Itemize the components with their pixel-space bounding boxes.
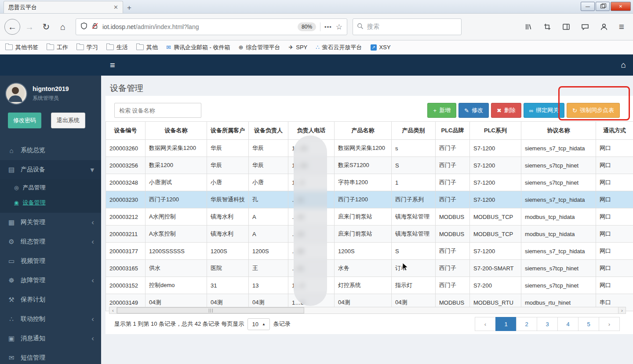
page-button-1[interactable]: 1 <box>495 317 517 331</box>
browser-window: 思普云平台 ✕ + — ✕ ← → ↻ ⌂ iot.idosp.net/admi… <box>0 0 633 364</box>
scroll-right-icon[interactable]: › <box>618 307 626 314</box>
table-row[interactable]: 200003165供水医院王…41水务订单西门子S7-200-SMARTsiem… <box>106 260 633 277</box>
back-button[interactable]: ← <box>4 19 20 35</box>
account-icon[interactable] <box>600 23 608 31</box>
bookmark-item[interactable]: ✉腾讯企业邮箱 - 收件箱 <box>166 44 230 51</box>
page-button-4[interactable]: 4 <box>557 317 578 331</box>
page-actions-icon[interactable]: ••• <box>324 24 332 30</box>
sidebar-item-label: 故障管理 <box>21 277 45 284</box>
page-size-select[interactable]: 10 ▲ <box>247 318 269 330</box>
home-button[interactable]: ⌂ <box>55 19 70 34</box>
next-page-button[interactable]: › <box>599 317 620 331</box>
column-header[interactable]: 协议名称 <box>521 122 596 140</box>
scrollbar-grip <box>209 309 213 313</box>
refresh-button[interactable]: ↻ <box>39 19 54 34</box>
table-cell: 灯控系统 <box>335 277 392 294</box>
sidebar-item-网关管理[interactable]: ▦网关管理‹ <box>0 213 101 232</box>
table-row[interactable]: 200003211A水泵控制镇海水利A…33庶来门前泵站镇海泵站管理MODBUS… <box>106 226 633 243</box>
table-cell: S7-1200 <box>470 243 521 260</box>
sidebar-item-消息通知[interactable]: ▣消息通知‹ <box>0 329 101 348</box>
table-row[interactable]: 200003260数据网关采集1200华辰华辰1…04数据网关采集1200s西门… <box>106 140 633 157</box>
bookmark-item[interactable]: 其他书签 <box>5 44 38 51</box>
minimize-button[interactable]: — <box>581 2 595 11</box>
logout-button[interactable]: 退出系统 <box>51 113 85 128</box>
sidebar-item-组态管理[interactable]: ⚙组态管理‹ <box>0 232 101 251</box>
scrollbar-thumb[interactable] <box>117 307 304 313</box>
insecure-lock-icon[interactable] <box>91 22 98 31</box>
zoom-badge[interactable]: 80% <box>298 22 316 31</box>
shield-icon[interactable] <box>80 22 87 31</box>
sidebar-item-系统总览[interactable]: ⌂系统总览 <box>0 141 101 160</box>
table-row[interactable]: 2000031771200SSSSSS1200S1200S…881200SS西门… <box>106 243 633 260</box>
column-header[interactable]: 通讯方式 <box>596 122 633 140</box>
prev-page-button[interactable]: ‹ <box>475 317 496 331</box>
scroll-left-icon[interactable]: ‹ <box>109 307 117 314</box>
column-header[interactable]: 设备所属客户 <box>207 122 249 140</box>
sidebar-item-短信管理[interactable]: ✉短信管理 <box>0 348 101 364</box>
app-home-icon[interactable]: ⌂ <box>621 60 626 70</box>
library-icon[interactable] <box>524 23 532 31</box>
edit-button[interactable]: ✎修改 <box>458 103 489 118</box>
horizontal-scrollbar[interactable]: ‹ › <box>109 307 626 314</box>
column-header[interactable]: 设备编号 <box>106 122 146 140</box>
page-button-3[interactable]: 3 <box>537 317 558 331</box>
browser-search-bar[interactable]: 搜索 <box>353 18 462 35</box>
scrollbar-track[interactable] <box>117 307 618 314</box>
address-bar[interactable]: iot.idosp.net/admin/index.html?lang 80% … <box>76 18 347 35</box>
sidebar-item-保养计划[interactable]: ⚒保养计划 <box>0 290 101 309</box>
menu-icon[interactable]: ≡ <box>619 22 624 32</box>
bookmark-item[interactable]: ↗XSY <box>371 44 391 51</box>
sidebar-item-联动控制[interactable]: ∴联动控制‹ <box>0 309 101 329</box>
column-header[interactable]: 产品名称 <box>335 122 392 140</box>
column-header[interactable]: PLC品牌 <box>436 122 470 140</box>
table-row[interactable]: 200003152控制demo31131…8灯控系统指示灯西门子S7-200si… <box>106 277 633 294</box>
table-row[interactable]: 200003248小唐测试小唐小唐1…0字符串12001西门子S7-1200si… <box>106 174 633 191</box>
bookmark-item[interactable]: ⊕综合管理平台 <box>238 44 280 51</box>
table-cell: 小唐 <box>249 174 288 191</box>
page-button-2[interactable]: 2 <box>516 317 537 331</box>
avatar[interactable] <box>5 83 27 105</box>
screenshot-crop-icon[interactable] <box>543 23 551 31</box>
sidebar-toggle-icon[interactable]: ≡ <box>110 60 115 70</box>
bookmark-item[interactable]: ✈SPY <box>288 44 307 51</box>
delete-button[interactable]: ✖删除 <box>491 103 521 118</box>
tab-close-icon[interactable]: ✕ <box>113 4 118 11</box>
restore-button[interactable] <box>596 2 610 11</box>
page-button-5[interactable]: 5 <box>578 317 599 331</box>
new-tab-button[interactable]: + <box>123 2 135 13</box>
add-button[interactable]: +新增 <box>427 103 456 118</box>
sidebar-item-故障管理[interactable]: ☸故障管理‹ <box>0 271 101 290</box>
submenu-item-设备管理[interactable]: ◉设备管理 <box>0 195 101 210</box>
device-search-input[interactable] <box>114 103 201 118</box>
forward-button[interactable]: → <box>22 19 37 34</box>
bookmark-item[interactable]: 生活 <box>106 44 128 51</box>
sidebar-item-产品设备[interactable]: ▤产品设备▾ <box>0 160 101 179</box>
bookmark-item[interactable]: ∴萤石云开放平台 <box>316 44 362 51</box>
column-header[interactable]: PLC系列 <box>470 122 521 140</box>
button-label: 修改 <box>472 106 483 114</box>
table-cell: S <box>392 157 436 174</box>
table-cell: 华辰 <box>207 157 249 174</box>
sidebar-panel-icon[interactable] <box>562 23 570 31</box>
sidebar-item-视频管理[interactable]: ▭视频管理 <box>0 251 101 271</box>
bookmark-item[interactable]: 学习 <box>76 44 98 51</box>
close-button[interactable]: ✕ <box>611 2 631 11</box>
chat-icon[interactable] <box>581 23 589 31</box>
url-text[interactable]: iot.idosp.net/admin/index.html?lang <box>102 23 294 30</box>
browser-tab[interactable]: 思普云平台 ✕ <box>4 1 123 13</box>
table-row[interactable]: 200003212A水闸控制镇海水利A…33庶来门前泵站镇海泵站管理MODBUS… <box>106 208 633 226</box>
column-header[interactable]: 产品类别 <box>392 122 436 140</box>
change-password-button[interactable]: 修改密码 <box>8 113 41 128</box>
bookmark-item[interactable]: 其他 <box>136 44 158 51</box>
column-header[interactable]: 设备名称 <box>146 122 207 140</box>
browser-toolbar: ← → ↻ ⌂ iot.idosp.net/admin/index.html?l… <box>0 14 633 40</box>
bookmark-label: 学习 <box>87 44 98 51</box>
bookmark-star-icon[interactable]: ☆ <box>336 22 342 32</box>
table-row[interactable]: 200003256数采1200华辰华辰1…04数采S71200S西门子S7-12… <box>106 157 633 174</box>
bookmark-item[interactable]: 工作 <box>47 44 68 51</box>
table-row[interactable]: 200003230西门子1200华辰智通科技孔…31西门子1200西门子系列西门… <box>106 191 633 208</box>
column-header[interactable]: 设备负责人 <box>249 122 288 140</box>
table-cell: 华辰 <box>249 140 288 157</box>
table-cell: 1200S <box>335 243 392 260</box>
submenu-item-产品管理[interactable]: ◎产品管理 <box>0 180 101 195</box>
